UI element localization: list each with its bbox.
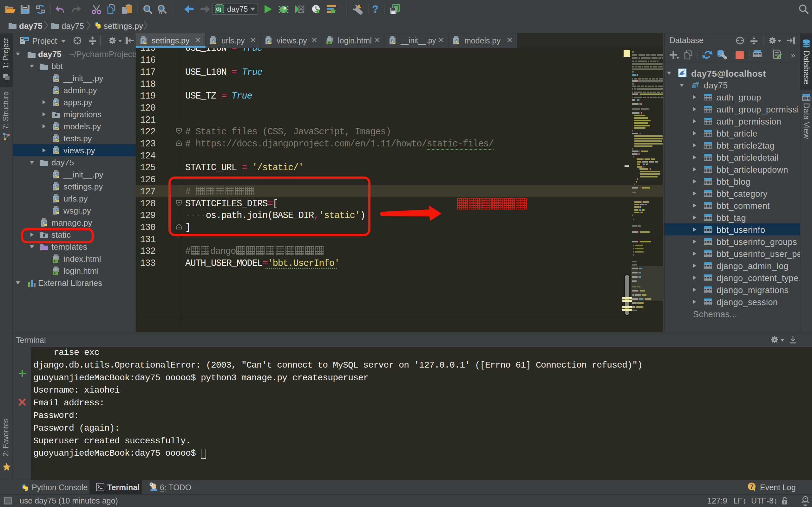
- svg-text:A: A: [159, 9, 162, 14]
- svg-text:7: 7: [750, 483, 753, 490]
- svg-text:H: H: [54, 259, 56, 263]
- svg-text:T: T: [783, 500, 786, 504]
- svg-text:H: H: [328, 41, 330, 44]
- svg-text:H: H: [54, 271, 56, 275]
